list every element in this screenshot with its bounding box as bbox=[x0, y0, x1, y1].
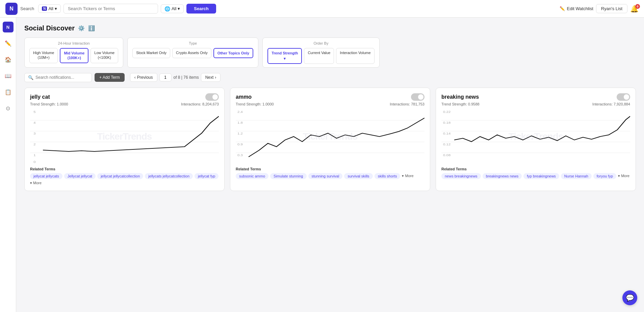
edit-watchlist-button[interactable]: ✏️ Edit Watchlist bbox=[560, 6, 593, 11]
card-header: ammo bbox=[236, 93, 424, 101]
search-notifications: 🔍 bbox=[24, 73, 92, 82]
filter-low-volume[interactable]: Low Volume(<100K) bbox=[91, 48, 118, 63]
notification-button[interactable]: 🔔 0 bbox=[630, 5, 639, 13]
svg-text:1.2: 1.2 bbox=[237, 132, 243, 135]
add-term-button[interactable]: + Add Term bbox=[95, 73, 125, 82]
chart-svg: 0.22 0.18 0.14 0.12 0.08 bbox=[441, 110, 630, 164]
chevron-right-icon: › bbox=[215, 75, 216, 80]
n-icon: N bbox=[42, 6, 47, 11]
geo-select[interactable]: 🌐 All ▾ bbox=[161, 4, 184, 13]
sidebar-item-timer[interactable]: ⊙ bbox=[3, 103, 14, 114]
toggle-breaking-news[interactable] bbox=[617, 93, 630, 101]
filter-options-type: Stock Market Only Crypto Assets Only Oth… bbox=[132, 48, 253, 58]
card-ammo: ammo Trend Strength: 1.0000 Interactions… bbox=[230, 88, 430, 191]
filter-crypto-assets[interactable]: Crypto Assets Only bbox=[172, 48, 211, 58]
filter-high-volume[interactable]: High Volume(10M+) bbox=[29, 48, 58, 63]
filter-trend-strength[interactable]: Trend Strength ▾ bbox=[267, 48, 302, 64]
filter-group-interaction-title: 24-Hour Interaction bbox=[29, 41, 118, 45]
tag[interactable]: Simulate stunning bbox=[270, 173, 306, 179]
settings-icon[interactable]: ⚙️ bbox=[78, 25, 85, 31]
more-button[interactable]: ▾ More bbox=[30, 181, 42, 185]
card-meta: Trend Strength: 0.9588 Interactions: 7,9… bbox=[441, 102, 630, 106]
card-header: breaking news bbox=[441, 93, 630, 101]
tag[interactable]: jellycat jellycats bbox=[30, 173, 62, 179]
toolbar: 🔍 + Add Term ‹ Previous of 8 | 76 items … bbox=[24, 73, 636, 82]
tag[interactable]: jellycat jellycatcollection bbox=[97, 173, 143, 179]
filter-current-value[interactable]: Current Value bbox=[304, 48, 334, 64]
card-title: jelly cat bbox=[30, 94, 50, 100]
main-content: Social Discover ⚙️ ℹ️ 24-Hour Interactio… bbox=[16, 18, 644, 312]
more-button[interactable]: ▾ More bbox=[618, 173, 629, 179]
toggle-jelly-cat[interactable] bbox=[205, 93, 219, 101]
all-select[interactable]: N All ▾ bbox=[38, 4, 61, 13]
svg-text:0.12: 0.12 bbox=[443, 143, 451, 146]
interactions: Interactions: 8,204,673 bbox=[181, 102, 219, 106]
nav-logo: N bbox=[5, 3, 18, 15]
sidebar-item-list[interactable]: 📋 bbox=[3, 87, 14, 97]
filters-row: 24-Hour Interaction High Volume(10M+) Mi… bbox=[24, 38, 636, 68]
page-header: Social Discover ⚙️ ℹ️ bbox=[24, 24, 636, 32]
page-input[interactable] bbox=[159, 73, 172, 81]
chevron-down-icon: ▾ bbox=[178, 6, 180, 11]
tag[interactable]: stunning survival bbox=[308, 173, 343, 179]
filter-group-interaction: 24-Hour Interaction High Volume(10M+) Mi… bbox=[24, 38, 123, 68]
svg-text:0.18: 0.18 bbox=[443, 121, 451, 124]
filter-other-topics[interactable]: Other Topics Only bbox=[213, 48, 254, 58]
toggle-ammo[interactable] bbox=[411, 93, 424, 101]
filter-mid-volume[interactable]: Mid Volume(100K+) bbox=[60, 48, 88, 63]
cards-grid: jelly cat Trend Strength: 1.0000 Interac… bbox=[24, 88, 636, 191]
tag[interactable]: jellycats jellycatcollection bbox=[145, 173, 193, 179]
search-button[interactable]: Search bbox=[186, 4, 216, 14]
sidebar-logo: N bbox=[3, 22, 14, 32]
edit-icon: ✏️ bbox=[560, 6, 565, 11]
tag[interactable]: news breakingnews bbox=[441, 173, 481, 179]
filter-group-type: Type Stock Market Only Crypto Assets Onl… bbox=[127, 38, 258, 68]
tag[interactable]: Nurse Hannah bbox=[561, 173, 592, 179]
sidebar: N ✏️ 🏠 📖 📋 ⊙ bbox=[0, 18, 16, 312]
card-breaking-news: breaking news Trend Strength: 0.9588 Int… bbox=[436, 88, 636, 191]
search-notifications-input[interactable] bbox=[35, 75, 88, 80]
next-button[interactable]: Next › bbox=[201, 73, 221, 82]
tag[interactable]: foryou fyp bbox=[593, 173, 616, 179]
chart-svg: 2.4 1.8 1.2 0.9 0.3 bbox=[236, 110, 424, 164]
filter-options-interaction: High Volume(10M+) Mid Volume(100K+) Low … bbox=[29, 48, 118, 63]
tag[interactable]: skills shorts bbox=[375, 173, 401, 179]
related-terms-section: Related Terms news breakingnews breaking… bbox=[441, 167, 630, 179]
card-meta: Trend Strength: 1.0000 Interactions: 8,2… bbox=[30, 102, 219, 106]
filter-interaction-volume[interactable]: Interaction Volume bbox=[336, 48, 374, 64]
tag[interactable]: breakingnews news bbox=[483, 173, 522, 179]
card-jelly-cat: jelly cat Trend Strength: 1.0000 Interac… bbox=[24, 88, 225, 191]
page-title: Social Discover bbox=[24, 24, 75, 32]
tag[interactable]: fyp breakingnews bbox=[523, 173, 559, 179]
info-icon[interactable]: ℹ️ bbox=[88, 25, 95, 31]
svg-text:0.22: 0.22 bbox=[443, 110, 451, 114]
ryan-list-button[interactable]: Ryan's List bbox=[596, 4, 627, 13]
chart-area: TickerTrends 2.4 1.8 1.2 0.9 0.3 bbox=[236, 110, 424, 164]
card-meta: Trend Strength: 1.0000 Interactions: 781… bbox=[236, 102, 424, 106]
chat-button[interactable]: 💬 bbox=[622, 290, 637, 305]
tag[interactable]: survival skills bbox=[344, 173, 372, 179]
svg-text:4: 4 bbox=[33, 121, 36, 124]
sidebar-item-book[interactable]: 📖 bbox=[3, 70, 14, 81]
tag[interactable]: subsonic ammo bbox=[236, 173, 268, 179]
svg-text:0.08: 0.08 bbox=[443, 153, 451, 157]
chevron-down-icon: ▾ bbox=[284, 56, 286, 61]
previous-button[interactable]: ‹ Previous bbox=[130, 73, 157, 82]
more-button[interactable]: ▾ More bbox=[402, 173, 413, 179]
tag[interactable]: Jellycat jellycat bbox=[64, 173, 96, 179]
svg-text:0.9: 0.9 bbox=[237, 143, 243, 146]
related-terms-title: Related Terms bbox=[30, 167, 219, 171]
filter-stock-market[interactable]: Stock Market Only bbox=[132, 48, 170, 58]
svg-text:2.4: 2.4 bbox=[237, 110, 243, 114]
tag[interactable]: jellycat fyp bbox=[195, 173, 218, 179]
svg-text:1: 1 bbox=[33, 153, 36, 157]
sidebar-item-home[interactable]: 🏠 bbox=[3, 54, 14, 65]
sidebar-item-edit[interactable]: ✏️ bbox=[3, 38, 14, 49]
related-terms-title: Related Terms bbox=[441, 167, 630, 171]
search-tickers-input[interactable] bbox=[63, 4, 158, 14]
filter-group-orderby-title: Order By bbox=[267, 41, 374, 45]
page-info: of 8 | 76 items bbox=[174, 75, 199, 80]
chart-area: TickerTrends 0.22 0.18 0.14 0.12 0.08 bbox=[441, 110, 630, 164]
card-header: jelly cat bbox=[30, 93, 219, 101]
tags-row: subsonic ammo Simulate stunning stunning… bbox=[236, 173, 424, 179]
